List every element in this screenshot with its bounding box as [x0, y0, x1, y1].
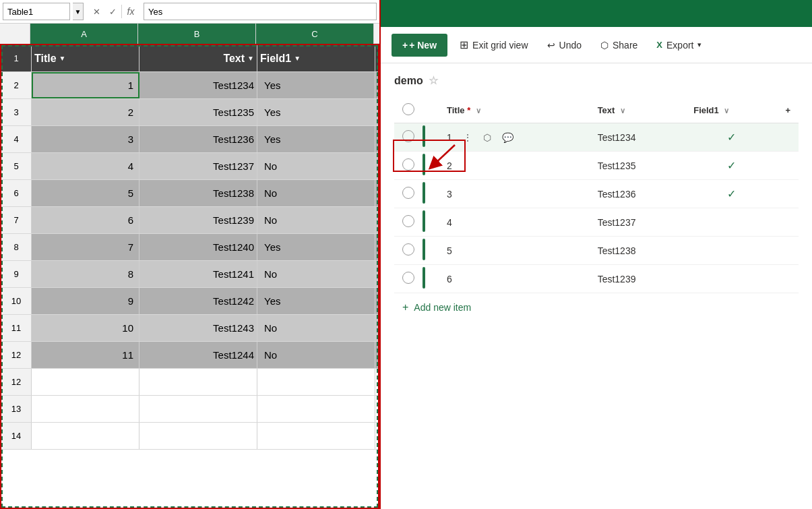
export-button[interactable]: X Export ▾ [650, 34, 708, 57]
excel-row-6[interactable]: 7 6 Test1239 No [1, 207, 378, 234]
cell-8a[interactable]: 7 [32, 234, 139, 260]
header-checkbox[interactable] [402, 103, 414, 115]
name-box-dropdown[interactable]: ▼ [73, 3, 84, 20]
row-checkbox-2[interactable] [402, 187, 414, 199]
cell-7c[interactable]: No [257, 207, 375, 233]
name-box[interactable]: Table1 [3, 3, 70, 20]
new-button[interactable]: + + New [392, 34, 447, 57]
title-sort-icon[interactable]: ∨ [476, 107, 481, 115]
cell-6a[interactable]: 5 [32, 180, 139, 206]
cell-12b[interactable]: Test1244 [139, 342, 257, 368]
cell-11c[interactable]: No [257, 315, 375, 341]
title-cell-5[interactable]: 6 [439, 265, 590, 293]
cell-4a[interactable]: 3 [32, 126, 139, 152]
cell-8b[interactable]: Test1240 [139, 234, 257, 260]
excel-row-8[interactable]: 9 8 Test1241 No [1, 261, 378, 288]
col-header-b[interactable]: B [138, 24, 256, 44]
cell-10a[interactable]: 9 [32, 288, 139, 314]
cell-3c[interactable]: Yes [257, 99, 375, 125]
cell-5b[interactable]: Test1237 [139, 153, 257, 179]
cell-12c[interactable]: No [257, 342, 375, 368]
excel-row-4[interactable]: 5 4 Test1237 No [1, 153, 378, 180]
row-comment-button-0[interactable]: 💬 [499, 131, 516, 144]
cell-10c[interactable]: Yes [257, 288, 375, 314]
sp-row-3[interactable]: 4 Test1237 [394, 208, 799, 237]
cell-5a[interactable]: 4 [32, 153, 139, 179]
sp-row-5[interactable]: 6 Test1239 [394, 265, 799, 293]
sp-row-4[interactable]: 5 Test1238 [394, 237, 799, 265]
cell-14c[interactable] [257, 423, 375, 449]
undo-button[interactable]: ↩ Undo [540, 34, 588, 57]
row-share-button-0[interactable]: ⬡ [480, 131, 494, 144]
cell-7a[interactable]: 6 [32, 207, 139, 233]
cancel-icon[interactable]: ✕ [89, 4, 104, 19]
cell-3b[interactable]: Test1235 [139, 99, 257, 125]
cell-13a[interactable] [32, 396, 139, 422]
row-checkbox-cell-5[interactable] [394, 265, 423, 293]
text-sort-icon[interactable]: ∨ [620, 107, 625, 115]
cell-14a[interactable] [32, 423, 139, 449]
sp-row-1[interactable]: 2 Test1235 ✓ [394, 152, 799, 180]
cell-3a[interactable]: 2 [32, 99, 139, 125]
cell-9c[interactable]: No [257, 261, 375, 287]
cell-2c[interactable]: Yes [257, 72, 375, 98]
cell-6c[interactable]: No [257, 180, 375, 206]
excel-row-3[interactable]: 4 3 Test1236 Yes [1, 126, 378, 153]
row-checkbox-0[interactable] [402, 130, 414, 142]
cell-9a[interactable]: 8 [32, 261, 139, 287]
col-header-c[interactable]: C [256, 24, 374, 44]
row-checkbox-5[interactable] [402, 272, 414, 284]
excel-row-1[interactable]: 2 1 Test1234 Yes [1, 72, 378, 99]
cell-2b[interactable]: Test1234 [139, 72, 257, 98]
cell-12a[interactable] [32, 369, 139, 395]
excel-row-5[interactable]: 6 5 Test1238 No [1, 180, 378, 207]
row-checkbox-1[interactable] [402, 158, 414, 171]
field1-column-header[interactable]: Field1 ∨ [685, 98, 777, 123]
title-cell-2[interactable]: 3 [439, 180, 590, 208]
cell-12b[interactable] [139, 369, 257, 395]
favorite-star-icon[interactable]: ☆ [429, 74, 438, 87]
excel-row-2[interactable]: 3 2 Test1235 Yes [1, 99, 378, 126]
cell-7b[interactable]: Test1239 [139, 207, 257, 233]
sp-row-2[interactable]: 3 Test1236 ✓ [394, 180, 799, 208]
cell-11a[interactable]: 10 [32, 315, 139, 341]
row-checkbox-cell-2[interactable] [394, 180, 423, 208]
exit-grid-view-button[interactable]: ⊞ Exit grid view [453, 34, 534, 57]
cell-5c[interactable]: No [257, 153, 375, 179]
cell-12a[interactable]: 11 [32, 342, 139, 368]
cell-2a[interactable]: 1 [32, 72, 139, 98]
add-new-item-row[interactable]: + Add new item [394, 293, 799, 322]
cell-11b[interactable]: Test1243 [139, 315, 257, 341]
grid-body[interactable]: 1 Title ▼ Text ▼ Field1 ▼ 2 1 Test1234 Y [0, 44, 379, 509]
cell-8c[interactable]: Yes [257, 234, 375, 260]
cell-4c[interactable]: Yes [257, 126, 375, 152]
col-header-a[interactable]: A [30, 24, 138, 44]
cell-13b[interactable] [139, 396, 257, 422]
add-column-button[interactable]: + [777, 98, 799, 123]
excel-row-9[interactable]: 10 9 Test1242 Yes [1, 288, 378, 315]
cell-12c[interactable] [257, 369, 375, 395]
row-checkbox-cell-3[interactable] [394, 208, 423, 237]
cell-4b[interactable]: Test1236 [139, 126, 257, 152]
title-column-header[interactable]: Title * ∨ [439, 98, 590, 123]
cell-10b[interactable]: Test1242 [139, 288, 257, 314]
row-checkbox-4[interactable] [402, 243, 414, 256]
title-cell-3[interactable]: 4 [439, 208, 590, 237]
sp-row-0[interactable]: 1 ⋮ ⬡ 💬 Test1234 ✓ [394, 123, 799, 152]
row-more-button-0[interactable]: ⋮ [460, 131, 475, 144]
excel-row-11[interactable]: 12 11 Test1244 No [1, 342, 378, 369]
confirm-icon[interactable]: ✓ [105, 4, 120, 19]
cell-9b[interactable]: Test1241 [139, 261, 257, 287]
text-column-header[interactable]: Text ∨ [590, 98, 686, 123]
row-checkbox-cell-0[interactable] [394, 123, 423, 152]
title-cell-4[interactable]: 5 [439, 237, 590, 265]
excel-row-10[interactable]: 11 10 Test1243 No [1, 315, 378, 342]
title-cell-1[interactable]: 2 [439, 152, 590, 180]
row-checkbox-3[interactable] [402, 215, 414, 227]
share-button[interactable]: ⬡ Share [594, 34, 644, 57]
fx-icon[interactable]: fx [123, 4, 138, 19]
cell-14b[interactable] [139, 423, 257, 449]
cell-6b[interactable]: Test1238 [139, 180, 257, 206]
title-cell-0[interactable]: 1 ⋮ ⬡ 💬 [439, 123, 590, 152]
excel-row-7[interactable]: 8 7 Test1240 Yes [1, 234, 378, 261]
